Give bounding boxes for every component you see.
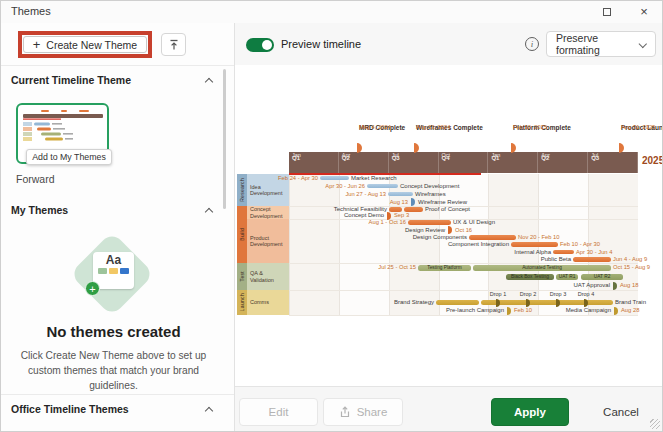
green-swatch [98,268,107,274]
sidebar-divider [1,65,234,66]
empty-state-swatches [93,268,134,274]
formatting-dropdown-value: Preserve formating [556,32,640,56]
empty-state-description: Click Create New Theme above to set up c… [17,348,210,393]
apply-button[interactable]: Apply [491,398,569,426]
sidebar-scrollbar[interactable] [223,69,226,209]
empty-state-aa-text: Aa [93,252,134,268]
maximize-button[interactable] [594,3,622,21]
blue-swatch [120,268,129,274]
info-icon[interactable]: i [525,37,539,51]
dialog-title: Themes [11,5,51,17]
empty-state-theme-icon: Aa [93,252,134,289]
toggle-knob [262,40,272,50]
share-icon [339,406,351,418]
import-theme-button[interactable] [161,33,186,56]
yellow-swatch [109,268,118,274]
add-to-my-themes-button[interactable]: Add to My Themes [26,149,112,165]
close-button[interactable]: × [630,3,658,21]
edit-label: Edit [269,406,289,418]
themes-dialog: Themes × + Create New Theme Current Time… [0,0,663,432]
preview-canvas [235,65,663,386]
cancel-button[interactable]: Cancel [589,398,653,426]
section-office-timeline-themes[interactable]: Office Timeline Themes [11,403,129,415]
section-my-themes[interactable]: My Themes [11,204,68,216]
resize-grip[interactable] [650,419,660,429]
section-divider [1,394,234,395]
import-icon [168,39,180,51]
theme-thumbnail [21,109,105,147]
cancel-label: Cancel [603,406,639,418]
title-bar [1,1,662,23]
section-current-timeline-theme[interactable]: Current Timeline Theme [11,74,131,86]
empty-state-title: No themes created [1,323,226,340]
current-theme-name: Forward [16,173,55,185]
share-button[interactable]: Share [323,398,403,426]
plus-icon: + [33,40,41,50]
create-new-theme-label: Create New Theme [46,39,137,51]
formatting-dropdown[interactable]: Preserve formating [546,31,656,57]
create-new-theme-button[interactable]: + Create New Theme [23,36,147,53]
preview-timeline-toggle[interactable] [246,38,274,52]
apply-label: Apply [514,406,546,418]
maximize-icon [603,8,611,16]
pane-divider [234,23,235,432]
add-theme-plus-icon: + [85,281,100,296]
preview-timeline-label: Preview timeline [281,38,361,50]
share-label: Share [357,406,388,418]
edit-button[interactable]: Edit [239,398,318,426]
